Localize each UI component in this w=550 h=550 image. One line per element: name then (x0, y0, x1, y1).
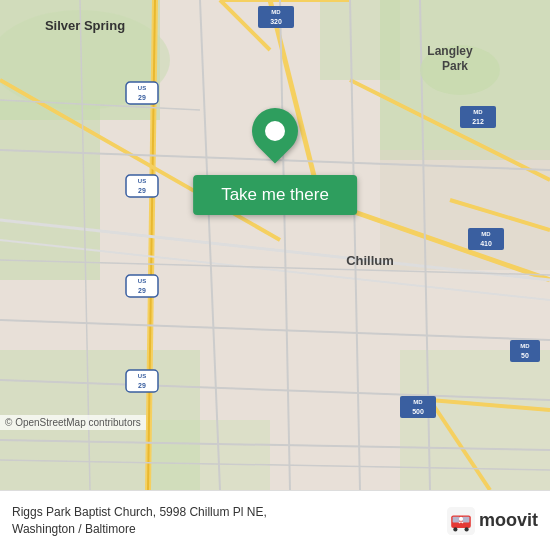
svg-text:US: US (138, 85, 146, 91)
moovit-logo: moovit (447, 507, 538, 535)
svg-text:500: 500 (412, 408, 424, 415)
svg-text:Chillum: Chillum (346, 253, 394, 268)
svg-text:MD: MD (271, 9, 281, 15)
moovit-logo-icon (447, 507, 475, 535)
svg-text:50: 50 (521, 352, 529, 359)
svg-text:MD: MD (481, 231, 491, 237)
svg-rect-69 (453, 516, 460, 522)
svg-text:29: 29 (138, 287, 146, 294)
svg-point-71 (453, 527, 457, 531)
map-container: US 29 US 29 US 29 US 29 MD 320 MD 212 MD… (0, 0, 550, 490)
info-bar: Riggs Park Baptist Church, 5998 Chillum … (0, 490, 550, 550)
svg-text:MD: MD (413, 399, 423, 405)
svg-point-72 (464, 527, 468, 531)
svg-text:US: US (138, 373, 146, 379)
location-pin (252, 108, 298, 154)
svg-text:29: 29 (138, 94, 146, 101)
take-me-there-button[interactable]: Take me there (193, 175, 357, 215)
address-text: Riggs Park Baptist Church, 5998 Chillum … (12, 504, 447, 538)
svg-text:410: 410 (480, 240, 492, 247)
map-attribution: © OpenStreetMap contributors (0, 415, 146, 430)
svg-rect-70 (462, 516, 469, 522)
svg-text:Silver Spring: Silver Spring (45, 18, 125, 33)
svg-text:MD: MD (520, 343, 530, 349)
svg-rect-7 (150, 420, 270, 490)
moovit-label: moovit (479, 510, 538, 531)
svg-text:320: 320 (270, 18, 282, 25)
svg-text:US: US (138, 178, 146, 184)
svg-text:US: US (138, 278, 146, 284)
svg-rect-5 (320, 0, 400, 80)
svg-text:MD: MD (473, 109, 483, 115)
svg-text:Langley: Langley (427, 44, 473, 58)
svg-text:29: 29 (138, 382, 146, 389)
svg-text:Park: Park (442, 59, 468, 73)
svg-text:29: 29 (138, 187, 146, 194)
svg-point-73 (459, 516, 463, 520)
attribution-text: © OpenStreetMap contributors (5, 417, 141, 428)
svg-text:212: 212 (472, 118, 484, 125)
address-label: Riggs Park Baptist Church, 5998 Chillum … (12, 505, 267, 536)
